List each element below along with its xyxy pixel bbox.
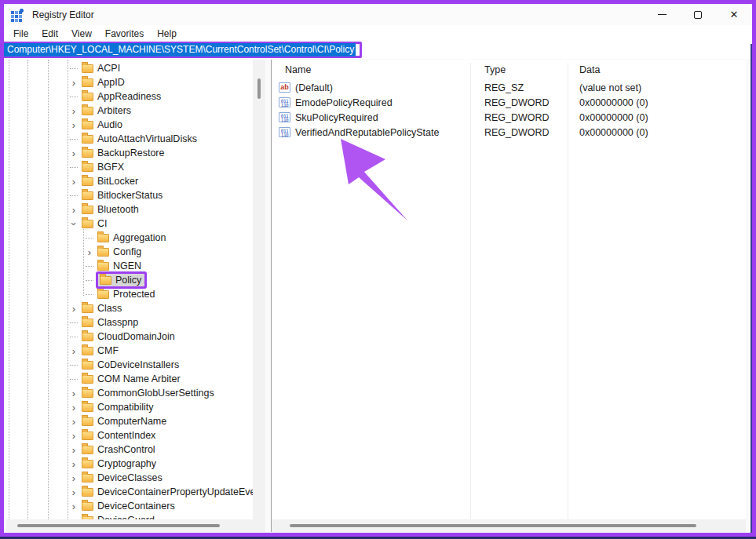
tree-leaf-connector xyxy=(70,337,78,337)
tree-item-acpi[interactable]: ACPI xyxy=(6,61,253,75)
column-header-data[interactable]: Data xyxy=(568,64,746,75)
chevron-right-icon[interactable]: › xyxy=(68,120,80,130)
registry-value-row-emodepolicyrequired[interactable]: 011110EmodePolicyRequiredREG_DWORD0x0000… xyxy=(272,95,746,110)
menu-edit[interactable]: Edit xyxy=(37,27,63,41)
minimize-button[interactable] xyxy=(644,4,680,25)
tree-item-appid[interactable]: ›AppID xyxy=(6,75,253,89)
menu-view[interactable]: View xyxy=(67,27,97,41)
tree-item-protected[interactable]: Protected xyxy=(6,287,253,301)
tree-item-cryptography[interactable]: ›Cryptography xyxy=(6,457,253,471)
title-bar: Registry Editor ✕ xyxy=(4,4,752,25)
chevron-right-icon[interactable]: › xyxy=(68,346,80,356)
tree-item-class[interactable]: ›Class xyxy=(6,301,253,315)
value-type: REG_DWORD xyxy=(470,97,568,108)
value-type: REG_DWORD xyxy=(470,112,568,123)
tree-item-audio[interactable]: ›Audio xyxy=(6,118,253,132)
tree-leaf-connector xyxy=(70,97,78,97)
tree-item-label: BGFX xyxy=(97,162,124,173)
tree-horizontal-scrollbar[interactable] xyxy=(6,519,265,532)
tree-item-backuprestore[interactable]: ›BackupRestore xyxy=(6,146,253,160)
tree-vertical-scrollbar[interactable] xyxy=(253,60,265,519)
tree-item-ci[interactable]: ›CI xyxy=(6,217,253,231)
list-horizontal-scrollbar-thumb[interactable] xyxy=(290,524,696,527)
tree-item-clouddomainjoin[interactable]: CloudDomainJoin xyxy=(6,330,253,344)
folder-icon xyxy=(82,220,93,228)
tree-item-label: DeviceContainers xyxy=(97,501,175,512)
tree-vertical-scrollbar-thumb[interactable] xyxy=(257,78,261,99)
tree-item-bluetooth[interactable]: ›Bluetooth xyxy=(6,202,253,217)
column-header-type[interactable]: Type xyxy=(470,64,568,75)
tree-horizontal-scrollbar-thumb[interactable] xyxy=(17,524,220,527)
tree-item-deviceclasses[interactable]: ›DeviceClasses xyxy=(6,471,253,485)
tree-item-config[interactable]: ›Config xyxy=(6,245,253,259)
chevron-right-icon[interactable]: › xyxy=(68,177,80,187)
folder-icon xyxy=(82,488,93,497)
close-icon: ✕ xyxy=(730,9,739,20)
folder-icon xyxy=(82,361,93,370)
chevron-right-icon[interactable]: › xyxy=(68,106,80,116)
tree-item-contentindex[interactable]: ›ContentIndex xyxy=(6,428,253,442)
value-data: 0x00000000 (0) xyxy=(568,97,746,108)
chevron-right-icon[interactable]: › xyxy=(68,445,80,455)
tree-item-compatibility[interactable]: ›Compatibility xyxy=(6,400,253,414)
menu-file[interactable]: File xyxy=(9,27,33,41)
folder-icon xyxy=(82,149,93,158)
close-button[interactable]: ✕ xyxy=(716,4,752,25)
tree-item-crashcontrol[interactable]: ›CrashControl xyxy=(6,442,253,457)
chevron-right-icon[interactable]: › xyxy=(68,78,80,88)
tree-item-devicecontainerpropertyupdateevent[interactable]: ›DeviceContainerPropertyUpdateEvent xyxy=(6,485,253,499)
chevron-right-icon[interactable]: › xyxy=(68,402,80,413)
list-rows: ab(Default)REG_SZ(value not set)011110Em… xyxy=(272,80,746,519)
registry-values-pane: NameTypeData ab(Default)REG_SZ(value not… xyxy=(271,60,746,532)
tree-item-codeviceinstallers[interactable]: CoDeviceInstallers xyxy=(6,358,253,372)
column-header-name[interactable]: Name xyxy=(272,64,470,75)
menu-help[interactable]: Help xyxy=(152,27,181,41)
window-title: Registry Editor xyxy=(32,9,94,20)
folder-icon xyxy=(97,248,109,257)
chevron-right-icon[interactable]: › xyxy=(68,205,80,215)
chevron-right-icon[interactable]: › xyxy=(83,247,96,257)
tree-item-devicecontainers[interactable]: ›DeviceContainers xyxy=(6,499,253,513)
chevron-down-icon[interactable]: › xyxy=(69,217,79,230)
tree-item-appreadiness[interactable]: AppReadiness xyxy=(6,89,253,104)
address-input[interactable]: Computer\HKEY_LOCAL_MACHINE\SYSTEM\Curre… xyxy=(4,43,356,56)
tree-item-label: COM Name Arbiter xyxy=(97,373,181,384)
dword-value-icon: 011110 xyxy=(279,97,290,107)
tree-item-aggregation[interactable]: Aggregation xyxy=(6,231,253,245)
tree-item-cmf[interactable]: ›CMF xyxy=(6,344,253,358)
value-data: 0x00000000 (0) xyxy=(568,112,746,123)
tree-item-computername[interactable]: ›ComputerName xyxy=(6,414,253,428)
folder-icon xyxy=(82,347,93,355)
tree-item-bitlockerstatus[interactable]: BitlockerStatus xyxy=(6,188,253,202)
tree-item-arbiters[interactable]: ›Arbiters xyxy=(6,104,253,118)
chevron-right-icon[interactable]: › xyxy=(68,417,80,427)
tree-item-label: Protected xyxy=(113,289,155,300)
folder-icon xyxy=(82,474,93,483)
tree-leaf-connector xyxy=(70,68,78,69)
chevron-right-icon[interactable]: › xyxy=(68,473,80,483)
chevron-right-icon[interactable]: › xyxy=(68,487,80,497)
list-horizontal-scrollbar[interactable] xyxy=(272,519,746,532)
tree-item-classpnp[interactable]: Classpnp xyxy=(6,315,253,330)
tree-item-autoattachvirtualdisks[interactable]: AutoAttachVirtualDisks xyxy=(6,132,253,146)
registry-value-row-skupolicyrequired[interactable]: 011110SkuPolicyRequiredREG_DWORD0x000000… xyxy=(272,110,746,125)
tree-item-deviceguard[interactable]: ›DeviceGuard xyxy=(6,513,253,519)
registry-value-row-verifiedandreputablepolicystate[interactable]: 011110VerifiedAndReputablePolicyStateREG… xyxy=(272,125,746,140)
tree-item-bgfx[interactable]: BGFX xyxy=(6,160,253,174)
tree-item-label: Bluetooth xyxy=(97,204,139,215)
tree-item-com-name-arbiter[interactable]: COM Name Arbiter xyxy=(6,372,253,386)
chevron-right-icon[interactable]: › xyxy=(68,388,80,399)
registry-value-row-default[interactable]: ab(Default)REG_SZ(value not set) xyxy=(272,80,746,95)
folder-icon xyxy=(82,64,93,73)
chevron-right-icon[interactable]: › xyxy=(68,501,80,512)
tree-item-policy[interactable]: Policy xyxy=(6,273,253,287)
chevron-right-icon[interactable]: › xyxy=(68,431,80,441)
chevron-right-icon[interactable]: › xyxy=(68,304,80,314)
chevron-right-icon[interactable]: › xyxy=(68,459,80,469)
address-bar[interactable]: Computer\HKEY_LOCAL_MACHINE\SYSTEM\Curre… xyxy=(4,42,752,59)
menu-favorites[interactable]: Favorites xyxy=(100,27,148,41)
maximize-button[interactable] xyxy=(680,4,716,25)
tree-item-commonglobusersettings[interactable]: ›CommonGlobUserSettings xyxy=(6,386,253,400)
chevron-right-icon[interactable]: › xyxy=(68,148,80,158)
tree-item-bitlocker[interactable]: ›BitLocker xyxy=(6,174,253,188)
